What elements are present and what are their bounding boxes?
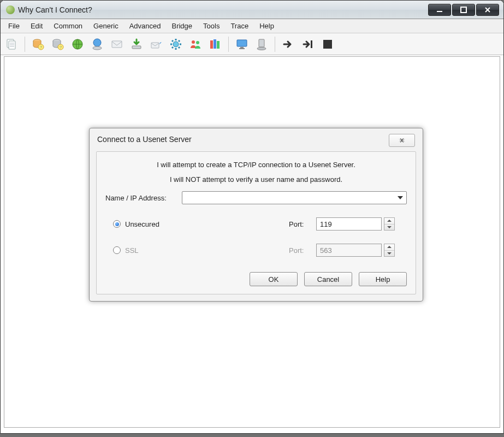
- toolbar: ? ?: [1, 33, 503, 55]
- connect-usenet-dialog: Connect to a Usenet Server I will attemp…: [89, 128, 423, 302]
- download-icon[interactable]: [129, 37, 144, 52]
- menu-generic[interactable]: Generic: [88, 19, 124, 33]
- svg-point-26: [257, 47, 266, 50]
- menu-file[interactable]: File: [3, 19, 25, 33]
- main-window: Why Can't I Connect? File Edit Common Ge…: [0, 0, 504, 434]
- ssl-radio[interactable]: [113, 246, 121, 254]
- svg-rect-23: [240, 47, 244, 48]
- ssl-port-input: [316, 244, 382, 257]
- people-icon[interactable]: [188, 37, 203, 52]
- name-ip-label: Name / IP Address:: [105, 194, 182, 202]
- dialog-title: Connect to a Usenet Server: [97, 134, 192, 144]
- globe-cloud-icon[interactable]: [90, 37, 105, 52]
- menu-help[interactable]: Help: [254, 19, 280, 33]
- dialog-line1: I will attempt to create a TCP/IP connec…: [105, 161, 407, 169]
- ssl-label[interactable]: SSL: [125, 246, 289, 255]
- spinner-up-icon[interactable]: [384, 218, 394, 225]
- svg-rect-14: [132, 46, 141, 49]
- svg-point-12: [93, 46, 102, 50]
- maximize-button[interactable]: [452, 4, 475, 16]
- svg-rect-24: [239, 48, 245, 49]
- books-icon[interactable]: [207, 37, 223, 52]
- svg-rect-20: [214, 39, 216, 49]
- svg-point-11: [93, 39, 101, 46]
- db-add-icon[interactable]: ?: [31, 37, 46, 52]
- ok-button[interactable]: OK: [250, 272, 298, 286]
- dialog-line2: I will NOT attempt to verify a user name…: [105, 175, 407, 184]
- menu-edit[interactable]: Edit: [25, 19, 48, 33]
- unsecured-radio[interactable]: [113, 220, 121, 228]
- gear-cog-icon[interactable]: [168, 37, 183, 52]
- documents-icon[interactable]: [4, 37, 19, 52]
- window-title: Why Can't I Connect?: [18, 5, 92, 14]
- svg-point-18: [196, 41, 199, 44]
- menu-bridge[interactable]: Bridge: [166, 19, 198, 33]
- unsecured-port-spinner[interactable]: [384, 217, 395, 231]
- spinner-up-icon[interactable]: [384, 244, 394, 251]
- unsecured-label[interactable]: Unsecured: [125, 220, 289, 228]
- svg-rect-28: [323, 40, 332, 49]
- cancel-button[interactable]: Cancel: [304, 272, 352, 286]
- dialog-close-button[interactable]: [389, 134, 415, 147]
- monitor-icon[interactable]: [234, 37, 250, 52]
- mail-send-icon[interactable]: [149, 37, 164, 52]
- chevron-down-icon: [398, 196, 403, 199]
- minimize-button[interactable]: [428, 4, 451, 16]
- globe-icon[interactable]: [70, 37, 85, 52]
- server-icon[interactable]: [254, 37, 269, 52]
- close-button[interactable]: [476, 4, 499, 16]
- svg-rect-0: [437, 11, 442, 12]
- svg-point-17: [192, 40, 195, 44]
- window-buttons: [428, 4, 499, 16]
- menubar: File Edit Common Generic Advanced Bridge…: [1, 19, 503, 33]
- ssl-port-label: Port:: [289, 246, 316, 255]
- svg-text:?: ?: [60, 45, 62, 50]
- svg-rect-21: [217, 41, 220, 49]
- svg-rect-15: [151, 43, 159, 48]
- svg-rect-19: [210, 40, 213, 49]
- menu-common[interactable]: Common: [48, 19, 88, 33]
- ssl-port-spinner[interactable]: [384, 244, 395, 257]
- titlebar[interactable]: Why Can't I Connect?: [1, 1, 503, 19]
- svg-rect-22: [237, 40, 247, 46]
- menu-tools[interactable]: Tools: [198, 19, 225, 33]
- svg-text:?: ?: [40, 45, 43, 50]
- content-area: Connect to a Usenet Server I will attemp…: [4, 56, 500, 428]
- arrow-right-icon[interactable]: [281, 37, 296, 52]
- svg-rect-25: [259, 39, 264, 47]
- db-question-icon[interactable]: ?: [50, 37, 66, 52]
- stop-icon[interactable]: [320, 37, 335, 52]
- spinner-down-icon[interactable]: [384, 251, 394, 257]
- spinner-down-icon[interactable]: [384, 225, 394, 231]
- svg-rect-27: [311, 40, 312, 48]
- svg-rect-13: [112, 41, 122, 48]
- help-button[interactable]: Help: [359, 272, 407, 286]
- envelope-icon[interactable]: [109, 37, 124, 52]
- menu-trace[interactable]: Trace: [225, 19, 254, 33]
- unsecured-port-input[interactable]: [316, 217, 382, 231]
- name-ip-combobox[interactable]: [182, 191, 407, 204]
- svg-point-16: [173, 42, 179, 47]
- arrow-end-icon[interactable]: [300, 37, 316, 52]
- unsecured-port-label: Port:: [289, 220, 316, 228]
- menu-advanced[interactable]: Advanced: [124, 19, 167, 33]
- app-icon: [6, 5, 15, 14]
- svg-rect-1: [461, 7, 466, 13]
